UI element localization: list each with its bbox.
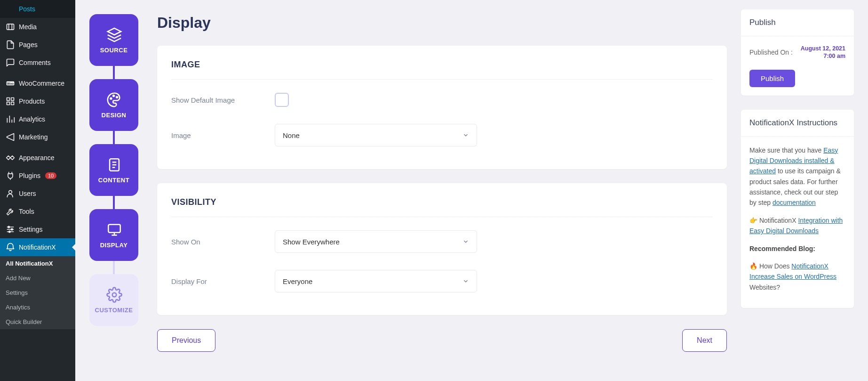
image-section: IMAGE Show Default Image Image None	[157, 46, 727, 169]
image-select-value: None	[283, 131, 300, 139]
chevron-down-icon	[462, 238, 469, 245]
sidebar-item-label: Appearance	[19, 154, 55, 162]
chevron-down-icon	[462, 278, 469, 284]
sidebar-item-label: Users	[19, 190, 36, 197]
step-design[interactable]: DESIGN	[89, 79, 138, 131]
section-title-image: IMAGE	[171, 60, 713, 80]
svg-point-29	[112, 292, 117, 297]
sidebar-item-label: Pages	[19, 41, 38, 49]
step-connector	[113, 196, 115, 209]
layers-icon	[106, 27, 121, 42]
sidebar-item-appearance[interactable]: Appearance	[0, 149, 75, 167]
submenu-item-settings[interactable]: Settings	[0, 285, 75, 300]
recommended-blog-title: Recommended Blog:	[749, 243, 845, 254]
sidebar-item-pages[interactable]: Pages	[0, 36, 75, 54]
svg-rect-4	[11, 98, 14, 101]
publish-button[interactable]: Publish	[749, 70, 795, 87]
sidebar-item-posts[interactable]: Posts	[0, 0, 75, 18]
submenu-item-add-new[interactable]: Add New	[0, 271, 75, 285]
svg-rect-5	[7, 102, 10, 105]
sidebar-item-plugins[interactable]: Plugins10	[0, 167, 75, 185]
main-content: SOURCEDESIGNCONTENTDISPLAYCUSTOMIZE Disp…	[75, 0, 868, 381]
wizard-steps: SOURCEDESIGNCONTENTDISPLAYCUSTOMIZE	[89, 9, 138, 372]
show-on-select[interactable]: Show Everywhere	[275, 230, 477, 253]
section-title-visibility: VISIBILITY	[171, 197, 713, 217]
marketing-icon	[6, 132, 15, 142]
sidebar-submenu: All NotificationXAdd NewSettingsAnalytic…	[0, 256, 75, 329]
settings-icon	[6, 225, 15, 234]
sidebar-item-label: Analytics	[19, 115, 45, 123]
show-default-image-checkbox[interactable]	[275, 93, 289, 107]
analytics-icon	[6, 114, 15, 124]
instructions-paragraph-3: 🔥 How Does NotificationX Increase Sales …	[749, 261, 845, 292]
sidebar-item-label: Marketing	[19, 133, 48, 141]
next-button[interactable]: Next	[682, 329, 727, 352]
submenu-item-all-notificationx[interactable]: All NotificationX	[0, 256, 75, 271]
instructions-panel: NotificationX Instructions Make sure tha…	[741, 110, 854, 308]
chevron-down-icon	[462, 132, 469, 138]
show-on-value: Show Everywhere	[283, 238, 340, 246]
palette-icon	[106, 92, 121, 107]
published-date: August 12, 20217:00 am	[801, 45, 845, 60]
step-content[interactable]: CONTENT	[89, 144, 138, 196]
step-label: DESIGN	[102, 112, 127, 119]
sidebar-item-products[interactable]: Products	[0, 92, 75, 110]
svg-point-15	[8, 226, 9, 227]
step-source[interactable]: SOURCE	[89, 14, 138, 66]
step-label: CUSTOMIZE	[95, 307, 133, 314]
svg-point-19	[111, 97, 112, 99]
documentation-link[interactable]: documentation	[772, 199, 816, 206]
submenu-item-analytics[interactable]: Analytics	[0, 300, 75, 315]
woo-icon: Woo	[6, 79, 15, 88]
pin-icon	[6, 4, 15, 14]
svg-rect-26	[108, 224, 120, 232]
svg-point-16	[11, 228, 13, 230]
sidebar-item-label: WooCommerce	[19, 80, 64, 87]
media-icon	[6, 22, 15, 32]
sidebar-item-label: Comments	[19, 59, 51, 66]
plugins-icon	[6, 171, 15, 180]
sidebar-item-label: Settings	[19, 226, 43, 233]
monitor-icon	[106, 222, 121, 237]
previous-button[interactable]: Previous	[157, 329, 215, 352]
notx-icon	[6, 243, 15, 252]
visibility-section: VISIBILITY Show On Show Everywhere Displ…	[157, 183, 727, 315]
instructions-paragraph-1: Make sure that you have Easy Digital Dow…	[749, 145, 845, 208]
sidebar-item-woocommerce[interactable]: WooWooCommerce	[0, 74, 75, 92]
svg-text:Woo: Woo	[7, 82, 14, 85]
doc-icon	[106, 157, 121, 172]
image-label: Image	[171, 131, 275, 139]
svg-point-21	[116, 96, 118, 97]
users-icon	[6, 189, 15, 198]
gear-icon	[106, 287, 121, 302]
admin-sidebar: PostsMediaPagesCommentsWooWooCommercePro…	[0, 0, 75, 381]
page-icon	[6, 40, 15, 49]
svg-rect-0	[7, 24, 14, 30]
published-on-label: Published On :	[749, 49, 793, 56]
svg-point-20	[113, 95, 114, 97]
page-title: Display	[157, 14, 727, 32]
sidebar-item-marketing[interactable]: Marketing	[0, 128, 75, 146]
step-label: CONTENT	[98, 177, 129, 184]
step-display[interactable]: DISPLAY	[89, 209, 138, 261]
sidebar-item-media[interactable]: Media	[0, 18, 75, 36]
sidebar-item-tools[interactable]: Tools	[0, 203, 75, 220]
instructions-header: NotificationX Instructions	[741, 110, 854, 137]
sidebar-item-users[interactable]: Users	[0, 185, 75, 203]
step-connector	[113, 131, 115, 144]
sidebar-item-label: Tools	[19, 208, 34, 215]
display-for-select[interactable]: Everyone	[275, 270, 477, 292]
sidebar-item-settings[interactable]: Settings	[0, 220, 75, 238]
sidebar-item-notificationx[interactable]: NotificationX	[0, 238, 75, 256]
comment-icon	[6, 58, 15, 67]
sidebar-item-comments[interactable]: Comments	[0, 54, 75, 72]
image-select[interactable]: None	[275, 124, 477, 146]
display-for-label: Display For	[171, 277, 275, 285]
products-icon	[6, 97, 15, 106]
sidebar-item-analytics[interactable]: Analytics	[0, 110, 75, 128]
sidebar-item-label: Posts	[19, 5, 35, 13]
step-customize[interactable]: CUSTOMIZE	[89, 274, 138, 326]
step-connector	[113, 261, 115, 274]
submenu-item-quick-builder[interactable]: Quick Builder	[0, 315, 75, 329]
publish-header: Publish	[741, 9, 854, 36]
